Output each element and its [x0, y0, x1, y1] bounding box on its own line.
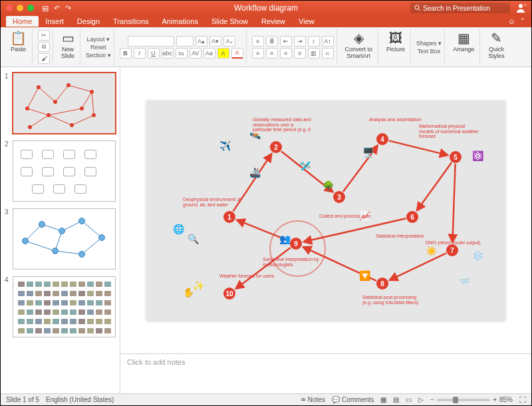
diagram-node-1[interactable]: 1: [223, 211, 235, 223]
diagram-node-5[interactable]: 5: [450, 151, 462, 163]
slide-canvas[interactable]: 🌐 🔍 ✈️ 🛰️ 🚢 🛩️ 🌳 🖥️ ⚛️ 📈 ☀️ ❄️ 🌧️ 🔽 👥 ✋ …: [146, 101, 505, 320]
collapse-ribbon-icon[interactable]: ˄: [521, 17, 525, 26]
font-size-select[interactable]: [176, 36, 194, 47]
tab-design[interactable]: Design: [70, 16, 106, 27]
normal-view-button[interactable]: ▦: [380, 396, 386, 403]
text-direction-button[interactable]: A↕: [322, 36, 334, 47]
tab-review[interactable]: Review: [255, 16, 292, 27]
indent-inc-button[interactable]: ⇥: [294, 36, 306, 47]
spacing-button[interactable]: AV: [190, 48, 201, 59]
zoom-out-button[interactable]: −: [430, 396, 434, 403]
thumb-preview: [13, 208, 116, 270]
search-input[interactable]: Search in Presentation: [410, 3, 510, 13]
sorter-view-button[interactable]: ▤: [393, 396, 399, 403]
align-left-button[interactable]: ≡: [252, 48, 264, 59]
numbering-button[interactable]: ≣: [266, 36, 278, 47]
close-window-button[interactable]: [6, 5, 13, 11]
share-icon[interactable]: +: [515, 3, 526, 13]
fit-window-button[interactable]: ⛶: [519, 396, 526, 403]
tab-insert[interactable]: Insert: [39, 16, 70, 27]
save-icon[interactable]: ▤: [42, 4, 49, 13]
notes-toggle[interactable]: ≐Notes: [301, 396, 325, 403]
sparkle-icon: ✨: [193, 280, 204, 291]
strike-button[interactable]: abc: [162, 48, 174, 59]
zoom-slider[interactable]: [437, 399, 490, 401]
underline-button[interactable]: U: [148, 48, 160, 59]
slide-canvas-area[interactable]: 🌐 🔍 ✈️ 🛰️ 🚢 🛩️ 🌳 🖥️ ⚛️ 📈 ☀️ ❄️ 🌧️ 🔽 👥 ✋ …: [120, 67, 531, 353]
diagram-label-7: DMO (direct model output): [426, 240, 480, 246]
tab-transitions[interactable]: Transitions: [106, 16, 155, 27]
slideshow-view-button[interactable]: ▷: [418, 396, 424, 403]
highlight-button[interactable]: A: [217, 48, 229, 59]
zoom-in-button[interactable]: +: [493, 396, 497, 403]
shapes-button[interactable]: Shapes ▾: [416, 40, 442, 47]
bold-button[interactable]: B: [120, 48, 132, 59]
cut-button[interactable]: ✂: [38, 30, 50, 41]
align-text-button[interactable]: ⎌: [322, 48, 334, 59]
diagram-node-9[interactable]: 9: [290, 238, 302, 250]
increase-font-button[interactable]: A▴: [196, 36, 207, 47]
arrange-button[interactable]: ▦ Arrange: [450, 30, 477, 54]
thumb-number: 4: [5, 276, 10, 284]
quickstyles-button[interactable]: ✎ Quick Styles: [485, 30, 507, 61]
slide-thumbnails-panel[interactable]: 1 2 3: [1, 67, 120, 393]
copy-button[interactable]: ⧉: [38, 42, 50, 53]
diagram-label-5: Mathematical-physical models of numerica…: [419, 124, 479, 139]
meteorologist-icon: 👥: [279, 234, 291, 244]
diagram-node-7[interactable]: 7: [446, 244, 458, 256]
thumb-preview: [13, 140, 116, 202]
convert-smartart-button[interactable]: ◈ Convert to SmartArt: [342, 30, 376, 61]
reading-view-button[interactable]: ▭: [406, 396, 412, 403]
italic-button[interactable]: I: [134, 48, 146, 59]
bullets-button[interactable]: ≡: [252, 36, 264, 47]
svg-line-27: [417, 162, 452, 210]
diagram-node-6[interactable]: 6: [406, 211, 418, 223]
sub-button[interactable]: x₂: [176, 48, 188, 59]
undo-icon[interactable]: ↶: [54, 4, 60, 13]
tab-view[interactable]: View: [292, 16, 321, 27]
clear-format-button[interactable]: Aₓ: [223, 36, 235, 47]
justify-button[interactable]: ≡: [294, 48, 306, 59]
thumbnail-4[interactable]: 4: [5, 276, 116, 337]
align-right-button[interactable]: ≡: [280, 48, 292, 59]
diagram-label-8: Statistical post-processing (e.g. using …: [362, 295, 422, 305]
diagram-node-10[interactable]: 10: [223, 288, 235, 300]
zoom-window-button[interactable]: [27, 5, 34, 11]
columns-button[interactable]: ▥: [308, 48, 320, 59]
tab-slideshow[interactable]: Slide Show: [205, 16, 255, 27]
align-center-button[interactable]: ≡: [266, 48, 278, 59]
reset-button[interactable]: Reset: [90, 44, 106, 51]
comments-toggle[interactable]: 💬Comments: [332, 396, 374, 403]
thumbnail-3[interactable]: 3: [5, 208, 116, 270]
decrease-font-button[interactable]: A▾: [209, 36, 221, 47]
format-painter-button[interactable]: 🖌: [38, 53, 50, 64]
font-name-select[interactable]: [128, 36, 174, 47]
layout-button[interactable]: Layout ▾: [87, 36, 110, 43]
diagram-label-1: Geophysical environment of ground, air, …: [183, 197, 243, 207]
textbox-button[interactable]: Text Box: [418, 48, 441, 55]
minimize-window-button[interactable]: [17, 5, 23, 11]
search-placeholder: Search in Presentation: [423, 5, 490, 12]
diagram-node-2[interactable]: 2: [270, 141, 282, 153]
emoji-icon[interactable]: ☺: [508, 17, 515, 25]
line-spacing-button[interactable]: ↕: [308, 36, 320, 47]
svg-line-26: [389, 140, 448, 155]
indent-dec-button[interactable]: ⇤: [280, 36, 292, 47]
svg-line-5: [39, 87, 55, 102]
tab-home[interactable]: Home: [6, 16, 39, 27]
new-slide-button[interactable]: ▭ New Slide: [59, 30, 77, 61]
picture-button[interactable]: 🖼 Picture: [384, 30, 408, 54]
thumbnail-1[interactable]: 1: [5, 73, 116, 134]
diagram-node-4[interactable]: 4: [376, 133, 388, 145]
diagram-node-8[interactable]: 8: [376, 278, 388, 290]
tab-animations[interactable]: Animations: [156, 16, 205, 27]
section-button[interactable]: Section ▾: [86, 52, 111, 59]
thumbnail-2[interactable]: 2: [5, 140, 116, 202]
diagram-node-3[interactable]: 3: [333, 191, 345, 203]
redo-icon[interactable]: ↷: [65, 4, 71, 13]
paste-button[interactable]: 📋 Paste: [7, 30, 29, 54]
font-color-button[interactable]: A: [231, 48, 243, 59]
ship-icon: 🚢: [249, 167, 261, 178]
case-button[interactable]: Aa: [203, 48, 215, 59]
notes-pane[interactable]: Click to add notes: [120, 353, 531, 393]
